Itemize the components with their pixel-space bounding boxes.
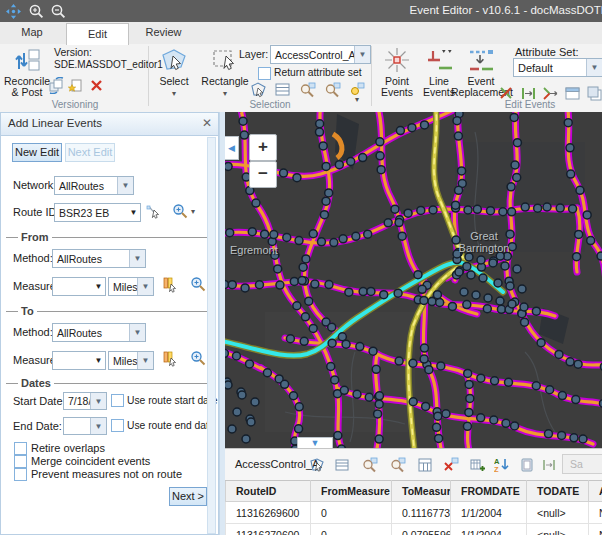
return-attribute-checkbox[interactable] [258,67,271,80]
next-button[interactable]: Next > [169,487,207,506]
to-unit-select[interactable]: Miles ▼ [108,351,154,370]
retire-overlaps-label: Retire overlaps [31,442,105,454]
chevron-down-icon: ▼ [117,177,133,194]
prevent-measures-checkbox[interactable] [14,468,27,481]
route-id-combo[interactable]: BSR23 EB ▼ [54,203,141,222]
network-select[interactable]: AllRoutes ▼ [54,176,134,195]
column-header-fromdate[interactable]: FROMDATE [451,481,527,502]
select-route-on-map-icon[interactable] [146,203,163,220]
zoom-to-route-icon[interactable] [172,203,189,220]
point-events-button[interactable]: Point Events [376,47,418,98]
column-header-tomeasure[interactable]: ToMeasure [392,481,451,502]
zoom-in-icon[interactable] [28,3,45,20]
tab-review[interactable]: Review [133,22,194,43]
to-section-divider: To [6,305,208,317]
sort-icon[interactable]: AZ [494,457,510,473]
attribute-set-select[interactable]: Default ▼ [513,58,602,77]
select-features-icon[interactable] [309,457,325,473]
pan-to-selected-icon[interactable] [390,457,406,473]
chevron-down-icon: ▼ [129,324,145,341]
use-route-start-checkbox[interactable] [111,394,124,407]
use-route-end-label: Use route end date [127,420,215,431]
measure-on-map-icon[interactable] [162,276,179,293]
collapse-panel-arrow-icon[interactable]: ◀ [225,136,239,160]
collapse-grid-arrow-icon[interactable]: ▼ [297,437,333,448]
map-canvas[interactable]: Egremont Great Barrington ◀ + − ▼ [225,112,602,448]
dates-section-divider: Dates [6,377,208,389]
select-tool-icon [152,47,196,75]
new-version-icon[interactable] [67,77,84,94]
new-edit-button[interactable]: New Edit [12,143,62,162]
from-method-select[interactable]: AllRoutes ▼ [52,249,146,268]
reconcile-post-button[interactable]: Reconcile & Post [4,47,50,98]
to-measure-combo[interactable]: ▼ [52,351,106,370]
map-label-great-barrington: Great Barrington [453,230,515,254]
column-header-frommeasure[interactable]: FromMeasure [311,481,392,502]
tab-map[interactable]: Map [4,22,60,43]
pan-icon[interactable] [5,3,22,20]
point-events-label: Point Events [381,75,413,98]
from-method-label: Method: [13,252,53,264]
start-date-input[interactable]: 7/18/ ▼ [63,392,107,410]
clear-selection-icon[interactable] [443,457,459,473]
route-id-label: Route ID: [13,206,59,218]
cell-frommeasure: 0 [311,524,392,535]
select-button[interactable]: Select ▾ [152,47,196,98]
save-button[interactable]: Sa [562,454,602,474]
zoom-to-selected-icon[interactable] [362,457,378,473]
map-zoom-out-button[interactable]: − [249,161,277,188]
next-edit-button[interactable]: Next Edit [65,143,115,162]
table-row[interactable]: 11316270600 0 0.0795596 1/1/2004 <null> … [226,524,602,535]
pan-to-selection-icon[interactable] [324,81,341,98]
show-selected-records-icon[interactable] [334,457,350,473]
change-version-icon[interactable] [48,77,65,94]
panel-header: Add Linear Events ✕ [1,113,218,136]
end-date-input[interactable]: ▼ [63,417,107,435]
copy-events-icon[interactable] [586,85,602,102]
zoom-route-caret-icon[interactable]: ▾ [191,208,195,216]
cell-frommeasure: 0 [311,502,392,524]
from-unit-select[interactable]: Miles ▼ [108,277,154,296]
zoom-to-measure-icon[interactable] [190,350,207,367]
flash-selection-icon[interactable]: ▾ [349,81,366,98]
chevron-down-icon: ▼ [90,418,106,434]
cell-fromdate: 1/1/2004 [451,502,527,524]
layer-select[interactable]: AccessControl_A ▼ [270,45,371,64]
rectangle-caret-icon: ▾ [223,89,227,98]
offset-icon[interactable] [541,457,557,473]
map-zoom-in-button[interactable]: + [249,134,277,161]
from-measure-combo[interactable]: ▼ [52,277,106,296]
measure-on-map-icon[interactable] [162,350,179,367]
reconcile-post-icon [4,47,50,75]
column-header-todate[interactable]: TODATE [527,481,589,502]
attribute-grid-panel: AccessControl_A AZ [225,448,602,535]
merge-coincident-checkbox[interactable] [14,455,27,468]
to-method-select[interactable]: AllRoutes ▼ [52,323,146,342]
network-value: AllRoutes [55,180,117,192]
zoom-to-measure-icon[interactable] [190,276,207,293]
start-date-value: 7/18/ [64,395,90,407]
column-header-accesscontrol[interactable]: AC [589,481,602,502]
select-caret-icon: ▾ [172,89,176,98]
title-bar: Event Editor - v10.6.1 - docMassDOTR [0,0,602,22]
ribbon-separator [148,46,149,106]
flash-caret-icon: ▾ [355,96,359,104]
use-route-end-checkbox[interactable] [111,419,124,432]
column-header-routeid[interactable]: RouteID [226,481,311,502]
table-row[interactable]: 11316269600 0 0.1116773 1/1/2004 <null> … [226,502,602,524]
ribbon-tabs: Map Edit Review [0,22,602,45]
delete-version-icon[interactable] [89,78,106,95]
attribute-list-icon[interactable] [274,81,291,98]
window-title: Event Editor - v10.6.1 - docMassDOTR [410,4,602,16]
zoom-to-selection-icon[interactable] [299,81,316,98]
section-label-edit-events: Edit Events [490,99,570,110]
retire-overlaps-checkbox[interactable] [14,442,27,455]
select-features-icon[interactable] [250,81,267,98]
panel-scrollbar[interactable] [207,137,216,534]
tab-edit[interactable]: Edit [66,23,129,45]
add-record-icon[interactable] [469,457,485,473]
paste-attributes-icon[interactable] [519,457,535,473]
close-icon[interactable]: ✕ [202,116,212,130]
zoom-out-icon[interactable] [50,3,67,20]
field-calculator-icon[interactable] [417,457,433,473]
